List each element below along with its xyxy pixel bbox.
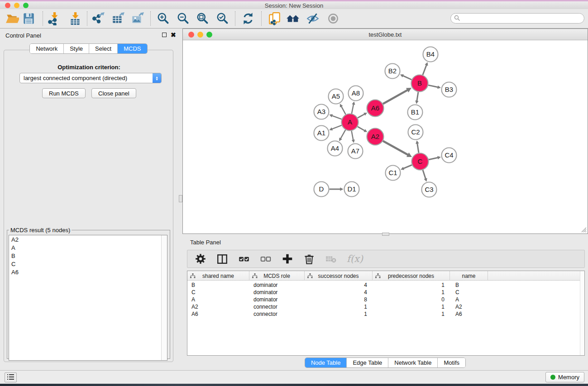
split-view-icon[interactable] bbox=[216, 253, 228, 265]
mcds-result-item[interactable]: A bbox=[9, 243, 167, 252]
edge-B-B3[interactable] bbox=[428, 85, 441, 89]
vertical-splitter-handle[interactable] bbox=[179, 195, 182, 202]
graph-node-B4[interactable]: B4 bbox=[423, 47, 438, 62]
graph-node-A[interactable]: A bbox=[342, 114, 359, 131]
graph-node-A7[interactable]: A7 bbox=[348, 144, 363, 159]
table-row[interactable]: Adominator80A bbox=[187, 296, 584, 303]
graph-node-A4[interactable]: A4 bbox=[328, 141, 343, 156]
edge-C-C3[interactable] bbox=[423, 170, 427, 182]
hide-details-icon[interactable] bbox=[306, 12, 320, 25]
graph-node-C3[interactable]: C3 bbox=[422, 182, 437, 197]
graph-node-B3[interactable]: B3 bbox=[442, 82, 457, 97]
graph-node-A5[interactable]: A5 bbox=[329, 89, 344, 104]
tab-style[interactable]: Style bbox=[63, 44, 89, 53]
column-header-shared-name[interactable]: shared name bbox=[187, 271, 249, 281]
import-network-icon[interactable] bbox=[48, 12, 61, 25]
task-history-button[interactable] bbox=[5, 372, 17, 382]
column-header-successor-nodes[interactable]: successor nodes bbox=[305, 271, 373, 281]
import-table-icon[interactable] bbox=[68, 12, 82, 25]
tab-select[interactable]: Select bbox=[89, 44, 117, 53]
export-network-icon[interactable] bbox=[92, 12, 105, 25]
graph-node-A6[interactable]: A6 bbox=[367, 100, 384, 117]
delete-column-icon[interactable] bbox=[303, 253, 315, 265]
edge-A-A5[interactable] bbox=[340, 104, 346, 114]
add-column-icon[interactable] bbox=[282, 253, 293, 265]
table-tab-motifs[interactable]: Motifs bbox=[437, 358, 465, 367]
graph-node-C[interactable]: C bbox=[412, 153, 429, 170]
edge-A-A4[interactable] bbox=[339, 130, 345, 141]
edge-A-A6[interactable] bbox=[358, 113, 367, 118]
graph-node-B2[interactable]: B2 bbox=[385, 64, 400, 79]
result-list-scrollbar[interactable] bbox=[161, 235, 167, 360]
graph-node-C1[interactable]: C1 bbox=[386, 166, 401, 181]
column-header-MCDS-role[interactable]: MCDS role bbox=[249, 271, 305, 281]
export-image-icon[interactable] bbox=[131, 12, 144, 25]
export-table-icon[interactable] bbox=[111, 12, 125, 25]
resize-grip-icon[interactable] bbox=[581, 227, 587, 233]
mcds-result-item[interactable]: A6 bbox=[9, 268, 167, 276]
tab-network[interactable]: Network bbox=[30, 44, 63, 53]
zoom-fit-icon[interactable] bbox=[196, 12, 210, 25]
memory-button[interactable]: Memory bbox=[545, 372, 584, 382]
table-row[interactable]: A6connector11A6 bbox=[187, 310, 584, 318]
tab-mcds[interactable]: MCDS bbox=[117, 44, 147, 53]
unselect-all-icon[interactable] bbox=[260, 253, 272, 265]
edge-C-C4[interactable] bbox=[429, 156, 441, 160]
edge-C-C1[interactable] bbox=[401, 165, 412, 170]
edge-B-B2[interactable] bbox=[400, 74, 411, 80]
select-all-icon[interactable] bbox=[238, 253, 250, 265]
show-details-icon[interactable] bbox=[326, 12, 340, 25]
table-panel-title: Table Panel bbox=[190, 239, 221, 246]
edge-A6-B[interactable] bbox=[383, 88, 411, 104]
graph-node-B1[interactable]: B1 bbox=[408, 105, 423, 120]
edge-A-A1[interactable] bbox=[329, 125, 341, 130]
graph-node-B[interactable]: B bbox=[411, 75, 428, 92]
clone-network-icon[interactable] bbox=[268, 12, 282, 25]
table-tab-edge-table[interactable]: Edge Table bbox=[346, 358, 388, 367]
table-row[interactable]: Bdominator41B bbox=[187, 281, 584, 289]
graph-node-A8[interactable]: A8 bbox=[349, 86, 363, 101]
refresh-icon[interactable] bbox=[241, 12, 255, 25]
graph-node-C2[interactable]: C2 bbox=[408, 125, 423, 140]
mcds-result-item[interactable]: A2 bbox=[9, 235, 167, 243]
close-panel-icon[interactable]: ✖ bbox=[171, 33, 176, 37]
zoom-in-icon[interactable] bbox=[157, 12, 170, 25]
open-file-icon[interactable] bbox=[5, 12, 19, 25]
settings-gear-icon[interactable] bbox=[195, 253, 206, 265]
graph-node-C4[interactable]: C4 bbox=[442, 148, 457, 163]
edge-A2-C[interactable] bbox=[383, 141, 412, 157]
edge-C-C2[interactable] bbox=[416, 140, 419, 152]
table-tab-network-table[interactable]: Network Table bbox=[388, 358, 437, 367]
search-input[interactable] bbox=[450, 13, 584, 24]
column-header-name[interactable]: name bbox=[450, 271, 488, 281]
table-row[interactable]: Cdominator41C bbox=[187, 289, 584, 296]
float-panel-icon[interactable] bbox=[162, 33, 167, 37]
home-layout-icon[interactable] bbox=[286, 12, 300, 25]
graph-node-A2[interactable]: A2 bbox=[367, 129, 384, 145]
mcds-result-item[interactable]: B bbox=[9, 252, 167, 260]
column-header-predecessor-nodes[interactable]: predecessor nodes bbox=[373, 271, 450, 281]
network-canvas-svg[interactable]: B4B2BB3A5A8A6A3B1AA1C2A2A4A7C4CC1C3DD1 bbox=[183, 40, 588, 234]
graph-node-D1[interactable]: D1 bbox=[344, 182, 359, 197]
cell: connector bbox=[253, 304, 277, 310]
graph-node-A3[interactable]: A3 bbox=[314, 105, 329, 119]
graph-node-A1[interactable]: A1 bbox=[314, 126, 329, 141]
edge-A-A2[interactable] bbox=[358, 127, 367, 132]
edge-A-A8[interactable] bbox=[352, 101, 355, 114]
optimization-criterion-select[interactable]: largest connected component (directed) ▲… bbox=[19, 73, 162, 83]
edge-A-A3[interactable] bbox=[329, 114, 341, 119]
mcds-result-item[interactable]: C bbox=[9, 260, 167, 268]
edge-B-B4[interactable] bbox=[423, 62, 428, 75]
close-panel-button[interactable]: Close panel bbox=[91, 88, 136, 98]
edge-D-D1[interactable] bbox=[330, 187, 344, 191]
save-session-icon[interactable] bbox=[22, 12, 35, 25]
run-mcds-button[interactable]: Run MCDS bbox=[42, 88, 86, 98]
zoom-selected-icon[interactable] bbox=[216, 12, 229, 25]
table-tab-node-table[interactable]: Node Table bbox=[305, 358, 347, 367]
edge-B-B1[interactable] bbox=[415, 92, 418, 104]
table-scrollbar[interactable] bbox=[580, 271, 584, 355]
table-row[interactable]: A2connector11A2 bbox=[187, 303, 584, 310]
zoom-out-icon[interactable] bbox=[177, 12, 190, 25]
graph-node-D[interactable]: D bbox=[314, 182, 329, 197]
edge-A-A7[interactable] bbox=[352, 131, 355, 143]
